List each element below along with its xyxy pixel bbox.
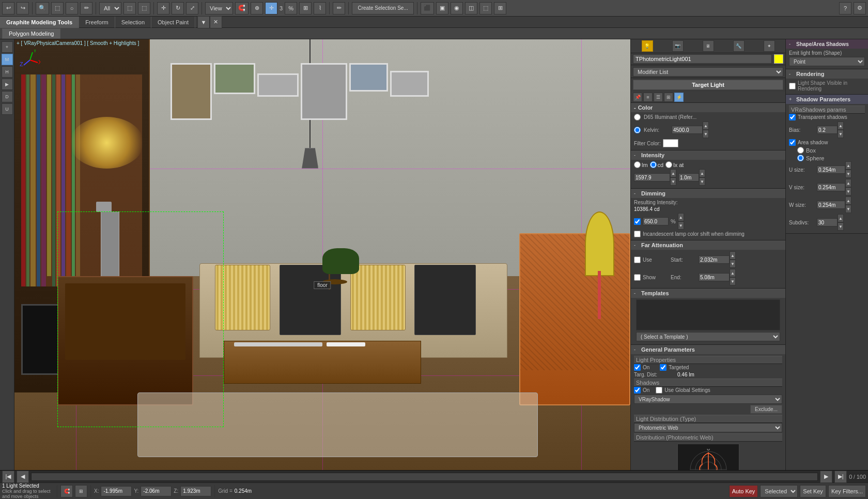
left-icon-hierarchy[interactable]: H bbox=[2, 66, 13, 78]
set-key-btn[interactable]: Set Key bbox=[800, 485, 826, 497]
general-params-header[interactable]: - General Parameters bbox=[631, 345, 785, 354]
light2-btn[interactable]: ▣ bbox=[436, 2, 448, 14]
color-section-header[interactable]: - Color bbox=[631, 103, 785, 112]
settings-btn[interactable]: ⚙ bbox=[854, 2, 866, 14]
timeline-left-btn[interactable]: ◀ bbox=[17, 471, 29, 483]
v-size-up[interactable]: ▲ bbox=[845, 179, 851, 187]
redo-btn[interactable]: ↪ bbox=[17, 2, 29, 14]
panel-icon-grid[interactable]: ⊞ bbox=[664, 93, 673, 102]
templates-header[interactable]: - Templates bbox=[631, 289, 785, 298]
percent-btn[interactable]: % bbox=[285, 2, 297, 14]
dimming-check[interactable] bbox=[634, 218, 641, 225]
pencil-btn[interactable]: ✏ bbox=[333, 2, 345, 14]
paint-select-btn[interactable]: ✏ bbox=[80, 2, 92, 14]
x-field[interactable] bbox=[101, 486, 132, 496]
bias-up[interactable]: ▲ bbox=[838, 122, 844, 130]
shadow-type-dropdown[interactable]: VRayShadow bbox=[634, 395, 782, 404]
end-value-field[interactable] bbox=[699, 273, 730, 281]
select-region-btn[interactable]: ⬚ bbox=[51, 2, 64, 14]
on-check[interactable] bbox=[634, 364, 641, 371]
shape-visible-check[interactable] bbox=[789, 83, 796, 89]
panel-icon-active[interactable]: ⚡ bbox=[674, 93, 684, 102]
menu-tab-object-paint[interactable]: Object Paint bbox=[151, 17, 195, 28]
rp-icon-util[interactable]: 🔧 bbox=[733, 40, 745, 52]
transform2-btn[interactable]: ⊞ bbox=[299, 2, 312, 14]
shadows-on-check[interactable] bbox=[634, 387, 641, 394]
use-check[interactable] bbox=[634, 256, 641, 263]
intensity-value-field[interactable] bbox=[634, 173, 670, 182]
percent-down[interactable]: ▼ bbox=[678, 221, 684, 230]
rp-icon-camera[interactable]: 📷 bbox=[672, 40, 684, 52]
all-dropdown[interactable]: All bbox=[99, 2, 121, 14]
create-sel-btn[interactable]: Create Selection Se... bbox=[352, 2, 414, 14]
v-size-field[interactable] bbox=[817, 183, 845, 191]
end-up[interactable]: ▲ bbox=[730, 269, 736, 277]
panel-icon-list[interactable]: ☰ bbox=[654, 93, 663, 102]
scale-btn[interactable]: ⤢ bbox=[186, 2, 198, 14]
grid-status-btn[interactable]: ⊞ bbox=[75, 485, 87, 497]
start-up[interactable]: ▲ bbox=[730, 251, 736, 260]
render-btn[interactable]: ⬚ bbox=[479, 2, 492, 14]
start-value-field[interactable] bbox=[699, 255, 730, 264]
lxat-radio[interactable] bbox=[665, 161, 672, 168]
targeted-check[interactable] bbox=[660, 364, 667, 371]
start-down[interactable]: ▼ bbox=[730, 260, 736, 268]
menu-tab-freeform[interactable]: Freeform bbox=[79, 17, 115, 28]
left-icon-modify[interactable]: M bbox=[2, 54, 13, 65]
filter-color-swatch[interactable] bbox=[663, 139, 678, 147]
box-radio[interactable] bbox=[797, 147, 804, 154]
show-check[interactable] bbox=[634, 274, 641, 281]
select-btn[interactable]: 🔍 bbox=[36, 2, 49, 14]
view-dropdown[interactable]: View bbox=[205, 2, 233, 14]
bias-down[interactable]: ▼ bbox=[838, 130, 844, 138]
use-global-check[interactable] bbox=[656, 387, 662, 394]
left-icon-display[interactable]: D bbox=[2, 91, 13, 102]
subdivs-down[interactable]: ▼ bbox=[838, 222, 844, 231]
snap2-btn[interactable]: ⊕ bbox=[251, 2, 263, 14]
light-dist-dropdown[interactable]: Photometric Web bbox=[634, 423, 782, 432]
move-btn[interactable]: ✛ bbox=[157, 2, 169, 14]
display-btn[interactable]: ◫ bbox=[465, 2, 477, 14]
rp-icon-display2[interactable]: 🖥 bbox=[703, 40, 714, 52]
timeline-prev-btn[interactable]: |◀ bbox=[2, 471, 14, 483]
camera-btn[interactable]: ◉ bbox=[451, 2, 463, 14]
left-icon-utilities[interactable]: U bbox=[2, 103, 13, 115]
timeline-next-btn[interactable]: ▶| bbox=[834, 471, 847, 483]
curve-btn[interactable]: ⌇ bbox=[314, 2, 326, 14]
rp-icon-light[interactable]: 💡 bbox=[642, 40, 653, 52]
viewport-canvas[interactable]: floor X Y Z bbox=[14, 39, 630, 470]
menu-tab-graphite[interactable]: Graphite Modeling Tools bbox=[0, 17, 79, 28]
object-color-swatch[interactable] bbox=[774, 54, 783, 64]
rendering-header[interactable]: - Rendering bbox=[786, 69, 868, 79]
u-size-down[interactable]: ▼ bbox=[845, 170, 851, 178]
snap-status-btn[interactable]: 🧲 bbox=[60, 485, 73, 497]
intensity-down[interactable]: ▼ bbox=[670, 177, 676, 186]
y-field[interactable] bbox=[141, 486, 172, 496]
help-btn[interactable]: ? bbox=[839, 2, 851, 14]
kelvin-radio[interactable] bbox=[634, 127, 641, 133]
cd-radio[interactable] bbox=[650, 161, 657, 168]
menu-tab-selection[interactable]: Selection bbox=[115, 17, 151, 28]
subdivs-field[interactable] bbox=[817, 218, 838, 226]
incandescent-check[interactable] bbox=[634, 231, 641, 237]
transparent-check[interactable] bbox=[789, 114, 796, 120]
d65-radio[interactable] bbox=[634, 114, 641, 120]
templates-list[interactable] bbox=[636, 299, 780, 330]
multiplier-value-field[interactable] bbox=[678, 173, 699, 182]
sphere-radio[interactable] bbox=[797, 155, 804, 161]
key-filters-btn[interactable]: Key Filters... bbox=[828, 485, 866, 497]
light1-btn[interactable]: ⬛ bbox=[421, 2, 434, 14]
rp-icon-fx[interactable]: ✦ bbox=[764, 40, 775, 52]
target-light-btn[interactable]: Target Light bbox=[633, 80, 783, 90]
timeline-track[interactable] bbox=[31, 473, 818, 481]
w-size-down[interactable]: ▼ bbox=[845, 205, 851, 213]
env-btn[interactable]: ⊞ bbox=[494, 2, 506, 14]
auto-key-btn[interactable]: Auto Key bbox=[729, 485, 758, 497]
multiplier-down[interactable]: ▼ bbox=[699, 177, 705, 186]
bias-field[interactable] bbox=[817, 126, 838, 134]
kelvin-down[interactable]: ▼ bbox=[703, 130, 709, 138]
select-lasso-btn[interactable]: ⬚ bbox=[138, 2, 150, 14]
multiplier-up[interactable]: ▲ bbox=[699, 169, 705, 177]
selected-dropdown[interactable]: Selected bbox=[760, 485, 798, 497]
far-atten-header[interactable]: - Far Attenuation bbox=[631, 240, 785, 250]
